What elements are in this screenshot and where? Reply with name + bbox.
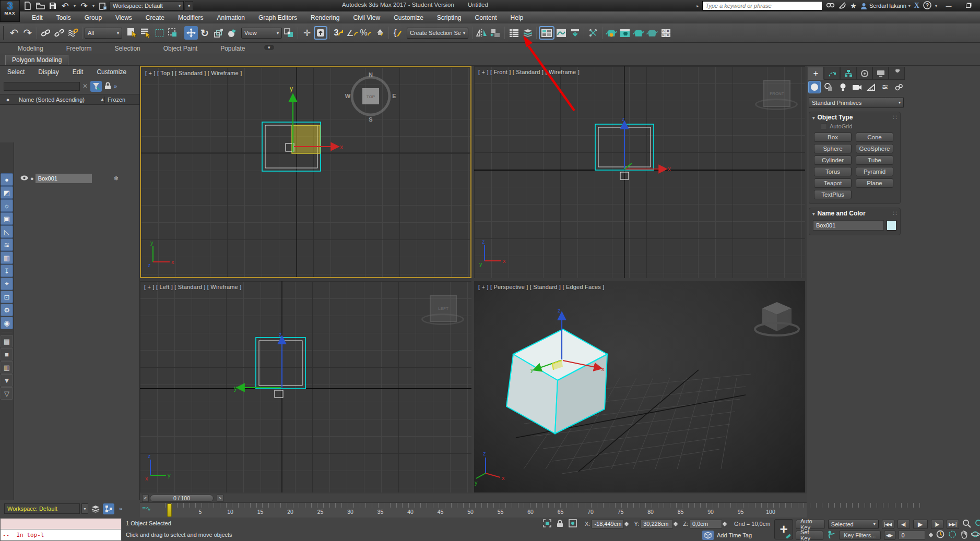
z-spinner[interactable] bbox=[723, 522, 727, 526]
minimize-button[interactable]: — bbox=[941, 1, 957, 10]
y-coordinate-input[interactable]: 30,228cm bbox=[641, 520, 673, 528]
tab-motion[interactable] bbox=[856, 67, 872, 80]
display-toggle-button[interactable]: ◺ bbox=[1, 225, 13, 238]
name-color-header[interactable]: ▾Name and Color ∷ bbox=[809, 208, 900, 218]
category-systems-icon[interactable] bbox=[893, 81, 905, 93]
viewcube-compass[interactable]: TOP N S W E bbox=[345, 71, 396, 123]
ribbon-toggle-button[interactable] bbox=[539, 26, 554, 40]
display-option-button[interactable]: ▽ bbox=[1, 387, 13, 400]
primitive-button[interactable]: Box bbox=[814, 133, 852, 142]
tab-display[interactable] bbox=[872, 67, 889, 80]
tab-utilities[interactable] bbox=[889, 67, 905, 80]
viewport-top-label[interactable]: [ + ] [ Top ] [ Standard ] [ Wireframe ] bbox=[145, 70, 242, 76]
category-shapes-icon[interactable] bbox=[822, 81, 835, 93]
name-column-header[interactable]: Name (Sorted Ascending) ▲ bbox=[16, 97, 104, 103]
primitive-button[interactable]: Pyramid bbox=[856, 167, 893, 176]
primitive-button[interactable]: Tube bbox=[856, 155, 893, 165]
help-icon[interactable]: ? bbox=[923, 1, 931, 10]
display-toggle-button[interactable]: ≋ bbox=[1, 238, 13, 251]
menu-item[interactable]: Edit bbox=[25, 11, 50, 23]
viewport-front[interactable]: [ + ] [ Front ] [ Standard ] [ Wireframe… bbox=[474, 66, 805, 278]
add-time-tag-label[interactable]: Add Time Tag bbox=[717, 532, 752, 538]
tab-create[interactable]: + bbox=[808, 67, 824, 80]
object-name[interactable]: Box001 bbox=[36, 174, 92, 183]
next-frame-button[interactable]: |▶ bbox=[931, 520, 943, 529]
display-option-button[interactable]: ▼ bbox=[1, 374, 13, 387]
category-geometry-icon[interactable] bbox=[808, 81, 821, 93]
display-toggle-button[interactable]: ⊡ bbox=[1, 291, 13, 303]
menu-item[interactable]: Animation bbox=[210, 11, 252, 23]
material-editor-icon[interactable] bbox=[586, 26, 600, 40]
explorer-menu-item[interactable]: Customize bbox=[97, 68, 134, 76]
ribbon-tab[interactable]: Object Paint bbox=[152, 43, 209, 54]
frame-spinner[interactable] bbox=[929, 533, 933, 537]
time-scrubber[interactable]: 0 / 100 bbox=[150, 495, 214, 502]
explorer-menu-item[interactable]: Edit bbox=[73, 68, 91, 76]
keyboard-shortcut-override-button[interactable] bbox=[314, 26, 327, 40]
set-project-folder-icon[interactable] bbox=[97, 1, 109, 11]
open-file-icon[interactable] bbox=[34, 1, 46, 11]
menu-item[interactable]: Civil View bbox=[346, 11, 387, 23]
angle-snap-icon[interactable]: ∠ bbox=[346, 26, 359, 40]
redo-caret-icon[interactable]: ▾ bbox=[91, 1, 96, 11]
menu-item[interactable]: Graph Editors bbox=[252, 11, 304, 23]
workspace-menu-icon[interactable]: ▾ bbox=[185, 1, 193, 10]
search-toggle-icon[interactable]: ▸ bbox=[696, 4, 699, 8]
display-toggle-button[interactable]: ◉ bbox=[1, 317, 13, 329]
display-toggle-button[interactable]: ▦ bbox=[1, 251, 13, 264]
category-lights-icon[interactable] bbox=[836, 81, 849, 93]
go-to-end-button[interactable]: ▶▶| bbox=[947, 520, 959, 529]
render-iterative-icon[interactable] bbox=[645, 26, 659, 40]
primitive-button[interactable]: Teapot bbox=[814, 178, 852, 188]
edit-named-selection-sets-icon[interactable]: { bbox=[391, 26, 405, 40]
save-icon[interactable] bbox=[47, 1, 58, 11]
pan-hand-icon[interactable] bbox=[960, 530, 968, 540]
bind-to-space-warp-icon[interactable] bbox=[66, 26, 80, 40]
ribbon-tab[interactable]: Modeling bbox=[6, 43, 55, 54]
toolbar-grip[interactable] bbox=[3, 26, 5, 40]
key-filters-button[interactable]: Key Filters... bbox=[839, 531, 881, 540]
menu-item[interactable]: Help bbox=[504, 11, 530, 23]
time-config-clock-icon[interactable] bbox=[936, 530, 945, 540]
display-toggle-button[interactable]: ▣ bbox=[1, 212, 13, 225]
viewport-perspective-label[interactable]: [ + ] [ Perspective ] [ Standard ] [ Edg… bbox=[478, 284, 604, 290]
frame-back-button[interactable]: < bbox=[142, 495, 149, 502]
primitive-button[interactable]: Cone bbox=[856, 133, 893, 142]
display-toggle-button[interactable]: ⌖ bbox=[1, 278, 13, 290]
zoom-extents-icon[interactable] bbox=[962, 519, 971, 529]
menu-item[interactable]: Customize bbox=[387, 11, 430, 23]
exchange-icon[interactable]: X bbox=[914, 2, 919, 10]
reference-coordinate-dropdown[interactable]: View▾ bbox=[241, 28, 282, 39]
time-tag-cube-icon[interactable] bbox=[702, 531, 714, 540]
select-and-link-icon[interactable] bbox=[39, 26, 53, 40]
frame-forward-button[interactable]: > bbox=[217, 495, 223, 502]
polygon-modeling-tab[interactable]: Polygon Modeling bbox=[5, 55, 68, 65]
y-spinner[interactable] bbox=[674, 522, 678, 526]
menu-item[interactable]: Views bbox=[109, 11, 139, 23]
named-selection-sets-dropdown[interactable]: Create Selection Se▾ bbox=[407, 28, 468, 39]
scene-explorer-toolbar-icon[interactable] bbox=[521, 26, 534, 40]
mirror-button[interactable] bbox=[475, 26, 489, 40]
zoom-all-icon[interactable] bbox=[974, 519, 980, 529]
curve-editor-icon[interactable] bbox=[554, 26, 568, 40]
unlink-selection-icon[interactable] bbox=[53, 26, 66, 40]
macro-recorder-row[interactable] bbox=[1, 519, 121, 530]
window-crossing-icon[interactable] bbox=[166, 26, 180, 40]
orbit-icon[interactable] bbox=[971, 530, 980, 540]
selection-lock-icon[interactable] bbox=[557, 520, 563, 528]
frozen-flake-icon[interactable]: ❄ bbox=[114, 175, 119, 182]
play-button[interactable]: ▶ bbox=[913, 520, 928, 529]
render-presets-ab-icon[interactable]: ABCD bbox=[659, 26, 672, 40]
primitive-button[interactable]: TextPlus bbox=[814, 190, 852, 199]
display-toggle-button[interactable]: ● bbox=[1, 173, 13, 186]
object-name-input[interactable]: Box001 bbox=[813, 220, 884, 231]
display-option-button[interactable]: ■ bbox=[1, 348, 13, 360]
z-coordinate-input[interactable]: 0,0cm bbox=[690, 520, 722, 528]
restore-button[interactable] bbox=[960, 1, 976, 10]
previous-frame-button[interactable]: ◀| bbox=[898, 520, 910, 529]
viewport-top[interactable]: [ + ] [ Top ] [ Standard ] [ Wireframe ]… bbox=[140, 66, 471, 278]
tab-hierarchy[interactable] bbox=[840, 67, 856, 80]
explorer-menu-item[interactable]: Select bbox=[7, 68, 32, 76]
primitives-category-dropdown[interactable]: Standard Primitives▾ bbox=[809, 97, 904, 108]
explorer-search-input[interactable] bbox=[4, 82, 80, 91]
